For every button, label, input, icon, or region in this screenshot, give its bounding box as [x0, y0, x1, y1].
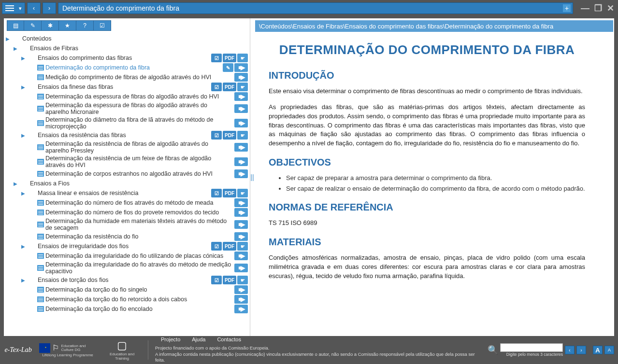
link-ajuda[interactable]: Ajuda: [192, 336, 205, 342]
vid-badge[interactable]: ■▶: [234, 198, 248, 207]
tool-favorite[interactable]: ★: [59, 20, 76, 31]
tree-folder[interactable]: ▶▶Ensaios a Fios: [6, 179, 249, 188]
content-tree[interactable]: ▶▶Conteúdos▶▶Ensaios de Fibras▶▶Ensaios …: [4, 32, 250, 336]
tree-doc[interactable]: Determinação do diâmetro da fibra de lã …: [6, 116, 249, 130]
expand-arrow-icon[interactable]: ▶: [21, 278, 28, 283]
tree-folder[interactable]: ▶▶Massa linear e ensaios de resistência☑…: [6, 188, 249, 198]
tree-label[interactable]: Determinação do comprimento da fibra: [45, 64, 249, 71]
tree-label[interactable]: Determinação da resistência de um feixe …: [45, 155, 249, 168]
maximize-button[interactable]: ❐: [594, 3, 602, 14]
chk-badge[interactable]: ☑: [211, 189, 222, 197]
menu-button[interactable]: ▾: [2, 2, 25, 14]
tree-folder[interactable]: ▶▶Ensaios de irregularidade dos fios☑PDF…: [6, 241, 249, 251]
vid-badge[interactable]: ■▶: [234, 73, 248, 82]
expand-arrow-icon[interactable]: ▶: [14, 46, 20, 51]
minimize-button[interactable]: —: [581, 3, 589, 14]
tool-check[interactable]: ☑: [94, 20, 111, 31]
vid-badge[interactable]: ■▶: [234, 252, 248, 260]
tree-doc[interactable]: Determinação da resistência do fio■▶: [6, 232, 249, 241]
vid-badge[interactable]: ■▶: [234, 208, 248, 217]
tree-label[interactable]: Determinação de corpos estranhos no algo…: [45, 170, 249, 177]
tree-doc[interactable]: Determinação do número de fios do provet…: [6, 208, 249, 217]
chk-badge[interactable]: ☑: [211, 83, 222, 91]
vid-badge[interactable]: ■▶: [234, 220, 248, 229]
tree-doc[interactable]: Medição do comprimento de fibras de algo…: [6, 72, 249, 82]
vid-badge[interactable]: ■▶: [234, 104, 248, 113]
chk-badge[interactable]: ☑: [211, 242, 222, 251]
expand-arrow-icon[interactable]: ▶: [21, 191, 28, 196]
tree-folder[interactable]: ▶▶Ensaios de Fibras: [6, 43, 249, 53]
tree-doc[interactable]: Determinação da irregularidade do fio ut…: [6, 251, 249, 261]
tree-label[interactable]: Determinação da espessura de fibras do a…: [45, 93, 249, 100]
pen-badge[interactable]: ✎: [223, 63, 233, 72]
chk-badge[interactable]: ☑: [211, 54, 222, 62]
back-button[interactable]: ‹: [27, 2, 41, 14]
tree-doc[interactable]: Determinação do comprimento da fibra✎■▶: [6, 63, 249, 72]
tree-doc[interactable]: Determinação da torção do fio singelo■▶: [6, 285, 249, 294]
link-contactos[interactable]: Contactos: [217, 336, 241, 342]
tree-doc[interactable]: Determinação da humidade em materiais tê…: [6, 217, 249, 232]
tree-doc[interactable]: Determinação da torção do fio encolado■▶: [6, 304, 249, 314]
search-prev[interactable]: ‹: [565, 346, 575, 354]
vid-badge[interactable]: ■▶: [234, 285, 248, 294]
tree-folder[interactable]: ▶▶Ensaios da finese das fibras☑PDF☛: [6, 82, 249, 92]
vid-badge[interactable]: ■▶: [234, 92, 248, 101]
tree-label[interactable]: Determinação da resistência do fio: [45, 233, 249, 240]
expand-arrow-icon[interactable]: ▶: [6, 36, 13, 42]
vid-badge[interactable]: ■▶: [234, 295, 248, 304]
vid-badge[interactable]: ■▶: [234, 305, 248, 313]
hand-badge[interactable]: ☛: [237, 83, 248, 91]
tree-folder[interactable]: ▶▶Ensaios do comprimento das fibras☑PDF☛: [6, 53, 249, 63]
tree-doc[interactable]: Determinação da torção do fio retorcido …: [6, 294, 249, 304]
font-large[interactable]: A: [593, 346, 603, 354]
tree-label[interactable]: Ensaios de Fibras: [30, 45, 249, 52]
tab-current[interactable]: Determinação do comprimento da fibra +: [58, 2, 573, 14]
close-button[interactable]: ✕: [607, 3, 614, 14]
tree-folder[interactable]: ▶▶Ensaios da resistência das fibras☑PDF☛: [6, 130, 249, 140]
tree-label[interactable]: Medição do comprimento de fibras de algo…: [45, 74, 249, 81]
hand-badge[interactable]: ☛: [237, 242, 248, 251]
hand-badge[interactable]: ☛: [237, 131, 248, 140]
tree-label[interactable]: Determinação da resistência de fibras de…: [45, 140, 249, 154]
tree-label[interactable]: Ensaios a Fios: [30, 180, 249, 187]
expand-arrow-icon[interactable]: ▶: [21, 56, 28, 61]
hand-badge[interactable]: ☛: [237, 276, 248, 284]
tree-doc[interactable]: Determinação do número de fios através d…: [6, 198, 249, 208]
tool-help[interactable]: ?: [76, 20, 94, 31]
search-input[interactable]: [500, 343, 563, 352]
new-tab-button[interactable]: +: [563, 4, 571, 12]
pdf-badge[interactable]: PDF: [223, 83, 236, 91]
expand-arrow-icon[interactable]: ▶: [14, 181, 20, 186]
vid-badge[interactable]: ■▶: [234, 119, 248, 127]
chk-badge[interactable]: ☑: [211, 131, 222, 140]
expand-arrow-icon[interactable]: ▶: [21, 244, 28, 249]
tree-doc[interactable]: Determinação da espessura de fibras do a…: [6, 101, 249, 116]
tree-folder[interactable]: ▶▶Conteúdos: [6, 34, 249, 43]
forward-button[interactable]: ›: [43, 2, 56, 14]
tree-label[interactable]: Determinação do número de fios do provet…: [45, 209, 249, 216]
tree-doc[interactable]: Determinação da resistência de um feixe …: [6, 154, 249, 169]
pdf-badge[interactable]: PDF: [223, 131, 236, 140]
tree-label[interactable]: Determinação da irregularidade do fio at…: [45, 261, 249, 275]
tree-label[interactable]: Determinação da torção do fio singelo: [45, 286, 249, 293]
tree-doc[interactable]: Determinação da resistência de fibras de…: [6, 140, 249, 154]
expand-arrow-icon[interactable]: ▶: [21, 133, 28, 138]
hand-badge[interactable]: ☛: [237, 189, 248, 197]
tree-label[interactable]: Determinação do diâmetro da fibra de lã …: [45, 116, 249, 130]
tree-label[interactable]: Determinação da torção do fio retorcido …: [45, 296, 249, 303]
pdf-badge[interactable]: PDF: [223, 189, 236, 197]
pdf-badge[interactable]: PDF: [223, 276, 236, 284]
vid-badge[interactable]: ■▶: [234, 143, 248, 152]
pdf-badge[interactable]: PDF: [223, 242, 236, 251]
tree-doc[interactable]: Determinação da irregularidade do fio at…: [6, 261, 249, 275]
tree-doc[interactable]: Determinação da espessura de fibras do a…: [6, 92, 249, 101]
pdf-badge[interactable]: PDF: [223, 54, 236, 62]
tree-label[interactable]: Determinação da espessura de fibras do a…: [45, 102, 249, 115]
tree-label[interactable]: Determinação da humidade em materiais tê…: [45, 218, 249, 231]
tree-label[interactable]: Determinação do número de fios através d…: [45, 199, 249, 206]
tree-folder[interactable]: ▶▶Ensaios de torção dos fios☑PDF☛: [6, 275, 249, 285]
vid-badge[interactable]: ■▶: [234, 63, 248, 72]
hand-badge[interactable]: ☛: [237, 54, 248, 62]
link-projecto[interactable]: Projecto: [161, 336, 180, 342]
vid-badge[interactable]: ■▶: [234, 169, 248, 178]
